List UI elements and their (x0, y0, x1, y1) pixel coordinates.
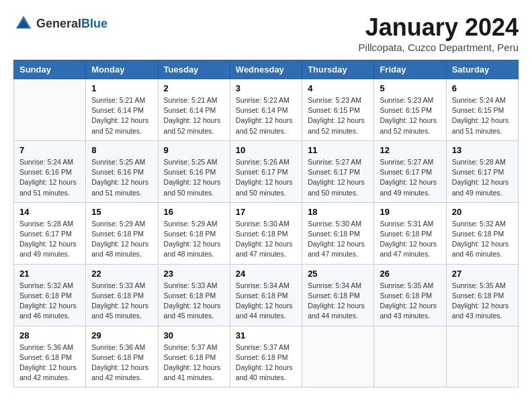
calendar-cell: 11Sunrise: 5:27 AM Sunset: 6:17 PM Dayli… (302, 140, 374, 202)
calendar-cell: 18Sunrise: 5:30 AM Sunset: 6:18 PM Dayli… (302, 202, 374, 264)
title-area: January 2024 Pillcopata, Cuzco Departmen… (359, 13, 519, 53)
day-number: 10 (236, 145, 296, 155)
day-number: 22 (91, 269, 152, 279)
calendar-table: SundayMondayTuesdayWednesdayThursdayFrid… (13, 60, 519, 387)
day-info: Sunrise: 5:23 AM Sunset: 6:15 PM Dayligh… (308, 96, 365, 135)
calendar-cell: 24Sunrise: 5:34 AM Sunset: 6:18 PM Dayli… (230, 264, 302, 326)
calendar-cell: 28Sunrise: 5:36 AM Sunset: 6:18 PM Dayli… (14, 326, 86, 387)
calendar-cell: 5Sunrise: 5:23 AM Sunset: 6:15 PM Daylig… (374, 79, 446, 141)
day-info: Sunrise: 5:37 AM Sunset: 6:18 PM Dayligh… (164, 343, 221, 382)
location-title: Pillcopata, Cuzco Department, Peru (359, 42, 519, 53)
day-info: Sunrise: 5:28 AM Sunset: 6:17 PM Dayligh… (452, 158, 509, 197)
day-info: Sunrise: 5:26 AM Sunset: 6:17 PM Dayligh… (236, 158, 293, 197)
calendar-cell: 25Sunrise: 5:34 AM Sunset: 6:18 PM Dayli… (302, 264, 374, 326)
day-info: Sunrise: 5:21 AM Sunset: 6:14 PM Dayligh… (164, 96, 221, 135)
day-info: Sunrise: 5:27 AM Sunset: 6:17 PM Dayligh… (380, 158, 437, 197)
header-sunday: Sunday (14, 60, 86, 79)
day-number: 18 (308, 207, 368, 217)
day-info: Sunrise: 5:32 AM Sunset: 6:18 PM Dayligh… (19, 281, 77, 320)
calendar-cell: 19Sunrise: 5:31 AM Sunset: 6:18 PM Dayli… (374, 202, 446, 264)
day-info: Sunrise: 5:34 AM Sunset: 6:18 PM Dayligh… (308, 281, 365, 320)
day-number: 11 (308, 145, 368, 155)
day-number: 13 (452, 145, 513, 155)
day-info: Sunrise: 5:35 AM Sunset: 6:18 PM Dayligh… (452, 281, 509, 320)
week-row-2: 7Sunrise: 5:24 AM Sunset: 6:16 PM Daylig… (14, 140, 519, 202)
calendar-cell: 13Sunrise: 5:28 AM Sunset: 6:17 PM Dayli… (446, 140, 518, 202)
day-number: 12 (380, 145, 440, 155)
day-info: Sunrise: 5:24 AM Sunset: 6:15 PM Dayligh… (452, 96, 509, 135)
day-info: Sunrise: 5:34 AM Sunset: 6:18 PM Dayligh… (236, 281, 293, 320)
day-number: 16 (164, 207, 224, 217)
day-number: 31 (236, 330, 296, 340)
day-number: 27 (452, 269, 513, 279)
day-info: Sunrise: 5:27 AM Sunset: 6:17 PM Dayligh… (308, 158, 365, 197)
day-info: Sunrise: 5:33 AM Sunset: 6:18 PM Dayligh… (91, 281, 148, 320)
day-info: Sunrise: 5:29 AM Sunset: 6:18 PM Dayligh… (91, 220, 148, 259)
day-number: 19 (380, 207, 440, 217)
calendar-cell: 15Sunrise: 5:29 AM Sunset: 6:18 PM Dayli… (86, 202, 158, 264)
calendar-cell: 31Sunrise: 5:37 AM Sunset: 6:18 PM Dayli… (230, 326, 302, 387)
logo-icon (13, 13, 34, 34)
day-info: Sunrise: 5:25 AM Sunset: 6:16 PM Dayligh… (91, 158, 148, 197)
calendar-cell: 7Sunrise: 5:24 AM Sunset: 6:16 PM Daylig… (14, 140, 86, 202)
day-number: 21 (19, 269, 80, 279)
day-number: 9 (164, 145, 224, 155)
header-saturday: Saturday (446, 60, 518, 79)
calendar-cell: 29Sunrise: 5:36 AM Sunset: 6:18 PM Dayli… (86, 326, 158, 387)
calendar-cell: 2Sunrise: 5:21 AM Sunset: 6:14 PM Daylig… (158, 79, 230, 141)
calendar-cell: 23Sunrise: 5:33 AM Sunset: 6:18 PM Dayli… (158, 264, 230, 326)
day-info: Sunrise: 5:24 AM Sunset: 6:16 PM Dayligh… (19, 158, 77, 197)
calendar-header-row: SundayMondayTuesdayWednesdayThursdayFrid… (14, 60, 519, 79)
day-number: 7 (19, 145, 80, 155)
day-number: 29 (91, 330, 152, 340)
day-number: 3 (236, 83, 296, 93)
header-monday: Monday (86, 60, 158, 79)
calendar-cell: 30Sunrise: 5:37 AM Sunset: 6:18 PM Dayli… (158, 326, 230, 387)
calendar-cell: 6Sunrise: 5:24 AM Sunset: 6:15 PM Daylig… (446, 79, 518, 141)
calendar-cell: 1Sunrise: 5:21 AM Sunset: 6:14 PM Daylig… (86, 79, 158, 141)
day-info: Sunrise: 5:37 AM Sunset: 6:18 PM Dayligh… (236, 343, 293, 382)
week-row-1: 1Sunrise: 5:21 AM Sunset: 6:14 PM Daylig… (14, 79, 519, 141)
calendar-cell: 21Sunrise: 5:32 AM Sunset: 6:18 PM Dayli… (14, 264, 86, 326)
calendar-cell (446, 326, 518, 387)
day-number: 6 (452, 83, 513, 93)
calendar-cell: 16Sunrise: 5:29 AM Sunset: 6:18 PM Dayli… (158, 202, 230, 264)
day-number: 15 (91, 207, 152, 217)
day-info: Sunrise: 5:33 AM Sunset: 6:18 PM Dayligh… (164, 281, 221, 320)
day-number: 8 (91, 145, 152, 155)
logo: GeneralBlue (13, 13, 107, 34)
day-info: Sunrise: 5:21 AM Sunset: 6:14 PM Dayligh… (91, 96, 148, 135)
calendar-cell: 20Sunrise: 5:32 AM Sunset: 6:18 PM Dayli… (446, 202, 518, 264)
day-info: Sunrise: 5:25 AM Sunset: 6:16 PM Dayligh… (164, 158, 221, 197)
calendar-cell (374, 326, 446, 387)
calendar-cell: 22Sunrise: 5:33 AM Sunset: 6:18 PM Dayli… (86, 264, 158, 326)
day-number: 23 (164, 269, 224, 279)
day-number: 24 (236, 269, 296, 279)
day-number: 20 (452, 207, 513, 217)
calendar-cell (14, 79, 86, 141)
calendar-cell: 4Sunrise: 5:23 AM Sunset: 6:15 PM Daylig… (302, 79, 374, 141)
calendar-cell: 3Sunrise: 5:22 AM Sunset: 6:14 PM Daylig… (230, 79, 302, 141)
day-number: 1 (91, 83, 152, 93)
day-info: Sunrise: 5:31 AM Sunset: 6:18 PM Dayligh… (380, 220, 437, 259)
day-info: Sunrise: 5:29 AM Sunset: 6:18 PM Dayligh… (164, 220, 221, 259)
day-number: 5 (380, 83, 440, 93)
calendar-cell: 27Sunrise: 5:35 AM Sunset: 6:18 PM Dayli… (446, 264, 518, 326)
calendar-cell: 26Sunrise: 5:35 AM Sunset: 6:18 PM Dayli… (374, 264, 446, 326)
day-info: Sunrise: 5:36 AM Sunset: 6:18 PM Dayligh… (91, 343, 148, 382)
day-number: 17 (236, 207, 296, 217)
day-number: 14 (19, 207, 80, 217)
day-number: 28 (19, 330, 80, 340)
day-number: 30 (164, 330, 224, 340)
calendar-cell: 17Sunrise: 5:30 AM Sunset: 6:18 PM Dayli… (230, 202, 302, 264)
week-row-4: 21Sunrise: 5:32 AM Sunset: 6:18 PM Dayli… (14, 264, 519, 326)
header-wednesday: Wednesday (230, 60, 302, 79)
calendar-cell: 12Sunrise: 5:27 AM Sunset: 6:17 PM Dayli… (374, 140, 446, 202)
day-info: Sunrise: 5:30 AM Sunset: 6:18 PM Dayligh… (308, 220, 365, 259)
week-row-5: 28Sunrise: 5:36 AM Sunset: 6:18 PM Dayli… (14, 326, 519, 387)
month-title: January 2024 (359, 13, 519, 42)
week-row-3: 14Sunrise: 5:28 AM Sunset: 6:17 PM Dayli… (14, 202, 519, 264)
day-info: Sunrise: 5:22 AM Sunset: 6:14 PM Dayligh… (236, 96, 293, 135)
day-info: Sunrise: 5:28 AM Sunset: 6:17 PM Dayligh… (19, 220, 77, 259)
logo-blue-text: Blue (81, 17, 107, 30)
